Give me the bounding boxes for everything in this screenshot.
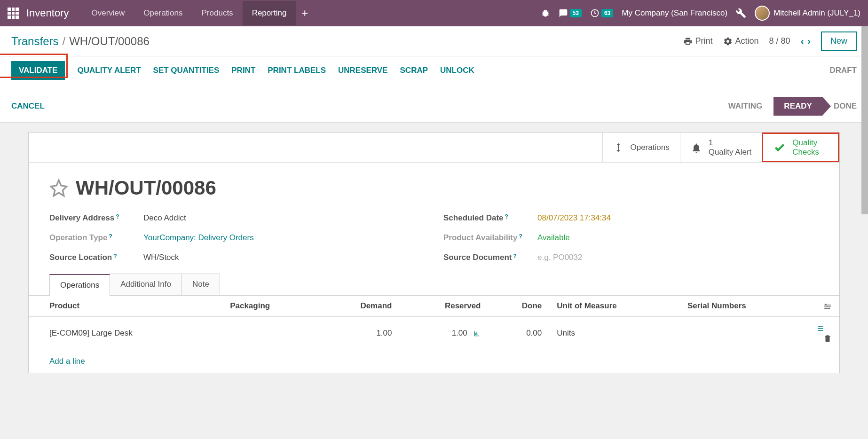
messages-badge: 53 [570,9,582,17]
th-serial[interactable]: Serial Numbers [680,296,808,317]
svg-point-1 [829,308,830,309]
apps-icon[interactable] [8,8,19,19]
stat-operations[interactable]: Operations [602,133,679,162]
tools-icon[interactable] [736,8,746,18]
tab-note[interactable]: Note [181,274,220,295]
user-menu[interactable]: Mitchell Admin (JULY_1) [755,6,860,21]
status-ready[interactable]: READY [773,97,822,116]
svg-point-2 [825,304,827,305]
stat-quality-alert-text: 1 Quality Alert [709,138,752,157]
scroll-thumb[interactable] [861,26,868,214]
cell-uom[interactable]: Units [549,317,680,350]
th-settings[interactable] [808,296,839,317]
detail-icon[interactable] [816,323,825,333]
stat-quality-checks-label: QualityChecks [792,138,819,157]
new-button[interactable]: New [821,31,857,51]
nav-plus-button[interactable]: + [296,7,314,20]
pager-prev[interactable]: ‹ [801,36,804,47]
th-demand[interactable]: Demand [318,296,400,317]
set-quantities-button[interactable]: SET QUANTITIES [153,66,220,75]
source-location-label: Source Location? [49,253,143,262]
company-selector[interactable]: My Company (San Francisco) [622,8,727,18]
operations-table: Product Packaging Demand Reserved Done U… [29,296,839,373]
status-draft: DRAFT [829,66,857,75]
table-row[interactable]: [E-COM09] Large Desk 1.00 1.00 0.00 Unit… [29,317,839,350]
action-bar: VALIDATE QUALITY ALERT SET QUANTITIES PR… [0,56,868,123]
activities-icon[interactable]: 63 [590,8,613,18]
tab-operations[interactable]: Operations [49,274,110,296]
breadcrumb-current: WH/OUT/00086 [69,35,150,48]
nav-item-operations[interactable]: Operations [134,1,192,25]
tab-additional-info[interactable]: Additional Info [110,274,182,295]
stat-quality-checks[interactable]: QualityChecks [762,133,839,162]
scrap-button[interactable]: SCRAP [400,66,428,75]
nav-item-products[interactable]: Products [192,1,243,25]
cancel-button[interactable]: CANCEL [11,102,45,111]
unlock-button[interactable]: UNLOCK [440,66,474,75]
activities-badge: 63 [601,9,613,17]
delete-icon[interactable] [823,333,832,343]
th-product[interactable]: Product [29,296,222,317]
form-wrap: Operations 1 Quality Alert QualityChecks [0,123,868,383]
scheduled-date-value[interactable]: 08/07/2023 17:34:34 [537,213,611,223]
breadcrumb-parent[interactable]: Transfers [11,35,58,48]
cell-packaging[interactable] [222,317,318,350]
cell-product[interactable]: [E-COM09] Large Desk [29,317,222,350]
breadcrumb-sep: / [62,35,65,48]
cell-demand[interactable]: 1.00 [318,317,400,350]
scheduled-date-label: Scheduled Date? [443,213,537,223]
messages-icon[interactable]: 53 [559,8,582,18]
operation-type-label: Operation Type? [49,233,143,243]
user-name: Mitchell Admin (JULY_1) [773,8,860,18]
th-uom[interactable]: Unit of Measure [549,296,680,317]
stat-operations-label: Operations [630,143,669,152]
app-brand[interactable]: Inventory [26,7,69,19]
action-button[interactable]: Action [723,36,759,46]
title-row: WH/OUT/00086 [29,163,839,209]
delivery-address-value[interactable]: Deco Addict [143,213,186,223]
cell-reserved[interactable]: 1.00 [399,317,488,350]
validate-button[interactable]: VALIDATE [11,61,65,80]
check-icon [773,141,786,154]
avatar [755,6,770,21]
cell-actions [808,317,839,350]
form-sheet: Operations 1 Quality Alert QualityChecks [28,132,840,373]
operation-type-value[interactable]: YourCompany: Delivery Orders [143,233,254,243]
forecast-icon[interactable] [473,329,481,337]
status-waiting[interactable]: WAITING [728,102,763,111]
cell-serial[interactable] [680,317,808,350]
top-navbar: Inventory Overview Operations Products R… [0,0,868,26]
breadcrumb: Transfers / WH/OUT/00086 [11,35,150,48]
source-location-value[interactable]: WH/Stock [143,253,179,262]
print-button[interactable]: Print [683,36,713,46]
nav-item-reporting[interactable]: Reporting [243,1,296,25]
arrows-icon [613,141,623,154]
unreserve-button[interactable]: UNRESERVE [338,66,388,75]
print-action-button[interactable]: PRINT [231,66,255,75]
product-availability-label: Product Availability? [443,233,537,243]
nav-menu: Overview Operations Products Reporting [82,1,296,25]
product-availability-value: Available [537,233,570,243]
quality-alert-button[interactable]: QUALITY ALERT [77,66,141,75]
th-done[interactable]: Done [489,296,550,317]
th-reserved[interactable]: Reserved [399,296,488,317]
th-packaging[interactable]: Packaging [222,296,318,317]
pager[interactable]: 8 / 80 [769,36,790,46]
add-line-button[interactable]: Add a line [49,357,85,366]
breadcrumb-bar: Transfers / WH/OUT/00086 Print Action 8 … [0,26,868,56]
print-labels-button[interactable]: PRINT LABELS [268,66,326,75]
delivery-address-label: Delivery Address? [49,213,143,223]
status-done[interactable]: DONE [834,102,857,111]
cell-done[interactable]: 0.00 [489,317,550,350]
scrollbar[interactable] [861,26,868,439]
fields-grid: Delivery Address? Deco Addict Operation … [29,209,839,274]
tabs: Operations Additional Info Note [29,274,839,296]
source-document-value[interactable]: e.g. PO0032 [537,253,582,262]
star-icon[interactable] [49,179,68,197]
bug-icon[interactable] [541,8,550,18]
pager-next[interactable]: › [807,36,811,47]
document-title: WH/OUT/00086 [76,177,216,199]
nav-item-overview[interactable]: Overview [82,1,134,25]
stat-button-row: Operations 1 Quality Alert QualityChecks [29,133,839,163]
stat-quality-alert[interactable]: 1 Quality Alert [680,133,762,162]
